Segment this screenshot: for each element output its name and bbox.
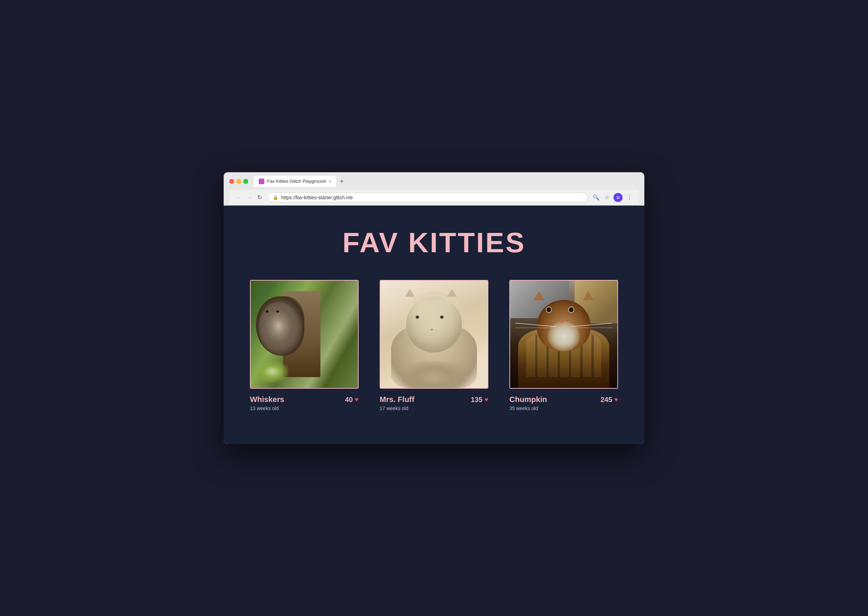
traffic-lights xyxy=(229,179,248,184)
heart-icon-chumpkin: ♥ xyxy=(614,396,618,404)
bookmark-button[interactable]: ☆ xyxy=(604,193,610,202)
kitty-name-mrs-fluff: Mrs. Fluff xyxy=(380,395,414,404)
browser-titlebar: Fav Kitties Glitch Playground × + ← → ↻ … xyxy=(224,172,644,206)
lock-icon: 🔒 xyxy=(273,195,278,200)
new-tab-button[interactable]: + xyxy=(337,176,347,187)
user-avatar[interactable]: U xyxy=(614,193,623,202)
kitty-info-mrs-fluff: Mrs. Fluff 17 weeks old 135 ♥ xyxy=(380,395,488,411)
heart-icon-whiskers: ♥ xyxy=(355,396,359,404)
more-button[interactable]: ⋮ xyxy=(626,193,633,202)
browser-addressbar: ← → ↻ 🔒 https://fav-kitties-starter.glit… xyxy=(229,190,639,206)
browser-controls: Fav Kitties Glitch Playground × + xyxy=(229,176,639,187)
kitty-name-age-mrs-fluff: Mrs. Fluff 17 weeks old xyxy=(380,395,414,411)
page-title: FAV KITTIES xyxy=(343,226,526,259)
kitty-card-whiskers[interactable]: Whiskers 13 weeks old 40 ♥ xyxy=(250,280,359,411)
kitty-votes-whiskers[interactable]: 40 ♥ xyxy=(345,396,359,404)
browser-window: Fav Kitties Glitch Playground × + ← → ↻ … xyxy=(224,172,644,444)
kitty-age-chumpkin: 35 weeks old xyxy=(509,405,547,411)
active-tab[interactable]: Fav Kitties Glitch Playground × xyxy=(254,176,336,187)
kitty-image-chumpkin[interactable] xyxy=(509,280,618,389)
kitty-votes-chumpkin[interactable]: 245 ♥ xyxy=(600,396,618,404)
tab-close-button[interactable]: × xyxy=(329,179,331,184)
forward-button[interactable]: → xyxy=(245,193,254,201)
kitty-name-chumpkin: Chumpkin xyxy=(509,395,547,404)
browser-tabs: Fav Kitties Glitch Playground × + xyxy=(254,176,347,187)
back-button[interactable]: ← xyxy=(235,193,243,201)
heart-icon-mrs-fluff: ♥ xyxy=(484,396,488,404)
kitty-image-whiskers[interactable] xyxy=(250,280,359,389)
tab-favicon xyxy=(259,179,264,184)
kitty-name-whiskers: Whiskers xyxy=(250,395,284,404)
kitties-grid: Whiskers 13 weeks old 40 ♥ xyxy=(241,280,627,411)
kitty-card-chumpkin[interactable]: Chumpkin 35 weeks old 245 ♥ xyxy=(509,280,618,411)
kitty-image-mrs-fluff[interactable] xyxy=(380,280,488,389)
minimize-button[interactable] xyxy=(236,179,241,184)
vote-count-chumpkin: 245 xyxy=(600,396,612,404)
kitty-name-age-whiskers: Whiskers 13 weeks old xyxy=(250,395,284,411)
maximize-button[interactable] xyxy=(243,179,248,184)
address-bar[interactable]: 🔒 https://fav-kitties-starter.glitch.me xyxy=(268,193,588,203)
kitty-votes-mrs-fluff[interactable]: 135 ♥ xyxy=(471,396,488,404)
kitty-age-whiskers: 13 weeks old xyxy=(250,405,284,411)
search-button[interactable]: 🔍 xyxy=(592,193,600,202)
cat-photo-whiskers xyxy=(251,281,358,388)
page-content: FAV KITTIES xyxy=(224,206,644,444)
vote-count-mrs-fluff: 135 xyxy=(471,396,483,404)
close-button[interactable] xyxy=(229,179,234,184)
nav-buttons: ← → ↻ xyxy=(235,193,263,201)
kitty-info-whiskers: Whiskers 13 weeks old 40 ♥ xyxy=(250,395,359,411)
kitty-age-mrs-fluff: 17 weeks old xyxy=(380,405,414,411)
kitty-card-mrs-fluff[interactable]: Mrs. Fluff 17 weeks old 135 ♥ xyxy=(380,280,488,411)
vote-count-whiskers: 40 xyxy=(345,396,353,404)
tab-label: Fav Kitties Glitch Playground xyxy=(267,179,326,184)
kitty-name-age-chumpkin: Chumpkin 35 weeks old xyxy=(509,395,547,411)
reload-button[interactable]: ↻ xyxy=(256,193,263,201)
browser-actions: 🔍 ☆ U ⋮ xyxy=(592,193,633,202)
kitty-info-chumpkin: Chumpkin 35 weeks old 245 ♥ xyxy=(509,395,618,411)
url-text: https://fav-kitties-starter.glitch.me xyxy=(281,195,353,200)
